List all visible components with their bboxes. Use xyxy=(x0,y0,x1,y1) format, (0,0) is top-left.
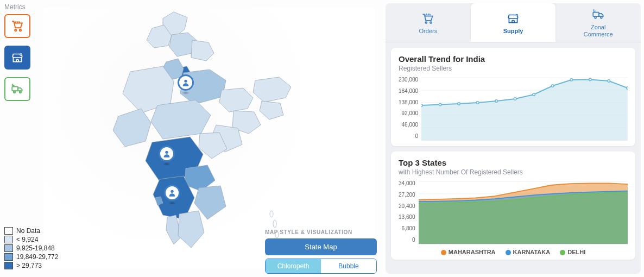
state-map-button[interactable]: State Map xyxy=(265,238,377,255)
svg-point-35 xyxy=(589,78,591,80)
metric-zonal-button[interactable] xyxy=(4,77,30,101)
y-tick: 92,000 xyxy=(402,110,419,116)
legend-swatch xyxy=(4,244,13,252)
legend-item: 19,849-29,772 xyxy=(4,253,58,261)
svg-point-10 xyxy=(184,80,187,83)
svg-point-7 xyxy=(270,211,273,217)
legend-dot xyxy=(506,250,511,255)
y-axis-ticks: 34,000 27,200 20,400 13,600 6,800 0 xyxy=(399,180,419,243)
svg-point-14 xyxy=(430,22,432,23)
right-panel: Orders Supply Zonal Commerce Overall Tre… xyxy=(386,3,641,274)
truck-icon xyxy=(10,82,24,96)
svg-point-18 xyxy=(595,17,596,18)
y-tick: 0 xyxy=(415,133,419,139)
svg-point-34 xyxy=(570,79,572,81)
y-tick: 230,000 xyxy=(399,77,418,83)
tab-orders[interactable]: Orders xyxy=(386,3,471,42)
svg-rect-4 xyxy=(12,87,18,91)
svg-point-28 xyxy=(458,103,460,105)
tab-label: Orders xyxy=(419,28,438,34)
bubble-toggle[interactable]: Bubble xyxy=(321,259,376,273)
svg-point-32 xyxy=(533,93,535,96)
map-controls: MAP STYLE & VISUALIZATION State Map Chlo… xyxy=(265,229,377,274)
svg-point-36 xyxy=(608,80,610,82)
top3-legend: MAHARASHTRA KARNATAKA DELHI xyxy=(399,249,628,255)
y-tick: 20,400 xyxy=(399,203,415,209)
svg-point-8 xyxy=(273,220,276,228)
legend-label: KARNATAKA xyxy=(513,249,551,255)
y-tick: 13,600 xyxy=(399,214,415,220)
y-tick: 6,800 xyxy=(402,225,415,231)
india-map[interactable] xyxy=(71,8,299,252)
y-tick: 34,000 xyxy=(399,180,415,186)
y-tick: 27,200 xyxy=(399,192,415,198)
svg-point-27 xyxy=(439,103,441,105)
svg-point-19 xyxy=(601,17,602,18)
map-pin-maharashtra[interactable] xyxy=(159,146,175,162)
legend-label: < 9,924 xyxy=(16,236,38,243)
person-icon xyxy=(181,78,190,87)
tab-label: Zonal xyxy=(591,24,606,30)
legend-label: 9,925-19,848 xyxy=(16,244,55,252)
legend-dot xyxy=(441,250,446,255)
chloropeth-toggle[interactable]: Chloropeth xyxy=(266,259,321,273)
legend-swatch xyxy=(4,227,13,235)
legend-item: No Data xyxy=(4,227,58,235)
svg-point-1 xyxy=(20,29,21,31)
metric-orders-button[interactable] xyxy=(4,14,30,38)
tab-zonal[interactable]: Zonal Commerce xyxy=(555,3,641,42)
map-pin-karnataka[interactable] xyxy=(164,185,180,201)
tab-supply[interactable]: Supply xyxy=(471,3,556,42)
svg-point-12 xyxy=(171,190,173,193)
svg-point-33 xyxy=(552,85,554,87)
svg-point-29 xyxy=(477,102,479,104)
person-icon xyxy=(168,188,176,197)
storefront-icon xyxy=(10,51,24,65)
legend-swatch xyxy=(4,262,13,269)
overall-trend-card: Overall Trend for India Registered Selle… xyxy=(391,48,635,146)
map-legend: No Data < 9,924 9,925-19,848 19,849-29,7… xyxy=(4,227,58,270)
legend-label: No Data xyxy=(16,227,40,235)
truck-icon xyxy=(590,8,607,22)
legend-dot xyxy=(560,250,565,255)
y-tick: 46,000 xyxy=(402,122,419,128)
top3-chart xyxy=(419,180,628,245)
svg-point-13 xyxy=(426,22,427,23)
svg-rect-17 xyxy=(593,12,599,17)
legend-label: 19,849-29,772 xyxy=(16,253,58,261)
person-icon xyxy=(162,149,171,158)
y-tick: 138,000 xyxy=(399,99,418,105)
legend-swatch xyxy=(4,253,13,261)
map-controls-header: MAP STYLE & VISUALIZATION xyxy=(265,229,377,235)
svg-point-30 xyxy=(495,100,497,102)
metric-supply-button[interactable] xyxy=(4,46,30,70)
storefront-icon xyxy=(505,11,521,26)
legend-label: DELHI xyxy=(567,249,585,255)
metrics-sidebar: Metrics xyxy=(4,3,42,109)
svg-point-2 xyxy=(16,59,18,61)
svg-point-15 xyxy=(512,20,514,22)
legend-item: KARNATAKA xyxy=(506,249,551,255)
map-pin-delhi[interactable] xyxy=(178,74,194,91)
cart-icon xyxy=(420,11,436,26)
svg-point-26 xyxy=(421,104,422,106)
legend-item: 9,925-19,848 xyxy=(4,244,58,252)
card-subtitle: with Highest Number Of Registered Seller… xyxy=(399,168,628,176)
top3-card: Top 3 States with Highest Number Of Regi… xyxy=(391,152,635,260)
overall-trend-chart xyxy=(421,77,628,142)
legend-label: MAHARASHTRA xyxy=(449,249,496,255)
svg-point-37 xyxy=(627,87,628,89)
metrics-title: Metrics xyxy=(4,3,42,11)
svg-point-5 xyxy=(14,91,15,93)
legend-label: > 29,773 xyxy=(16,262,42,269)
svg-point-11 xyxy=(165,151,168,154)
card-title: Overall Trend for India xyxy=(399,54,628,64)
cart-icon xyxy=(10,19,24,33)
card-title: Top 3 States xyxy=(399,158,628,167)
legend-item: MAHARASHTRA xyxy=(441,249,496,255)
svg-point-31 xyxy=(514,98,516,100)
y-axis-ticks: 230,000 184,000 138,000 92,000 46,000 0 xyxy=(399,77,421,139)
legend-item: < 9,924 xyxy=(4,236,58,243)
legend-swatch xyxy=(4,236,13,243)
tab-label: Commerce xyxy=(584,31,613,37)
